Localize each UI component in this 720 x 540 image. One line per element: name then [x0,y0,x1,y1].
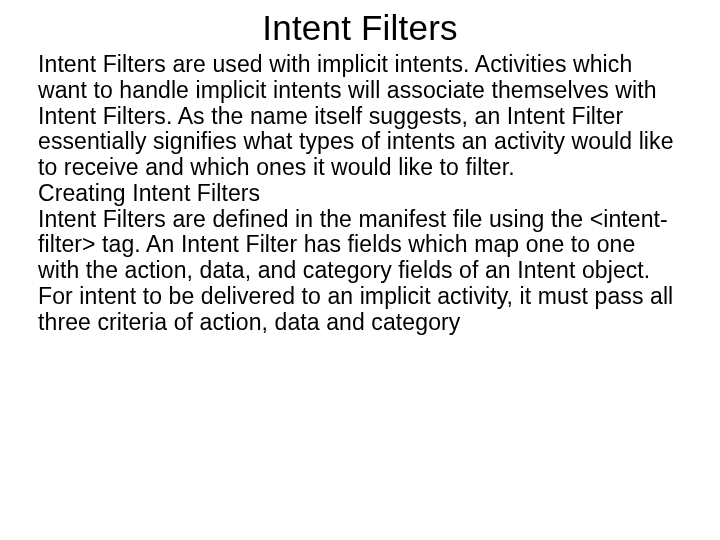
body-paragraph-2: Intent Filters are defined in the manife… [38,207,682,336]
body-subheading: Creating Intent Filters [38,181,682,207]
slide-body: Intent Filters are used with implicit in… [38,52,682,335]
body-paragraph-1: Intent Filters are used with implicit in… [38,52,682,181]
slide-title: Intent Filters [38,8,682,48]
slide: Intent Filters Intent Filters are used w… [0,0,720,540]
